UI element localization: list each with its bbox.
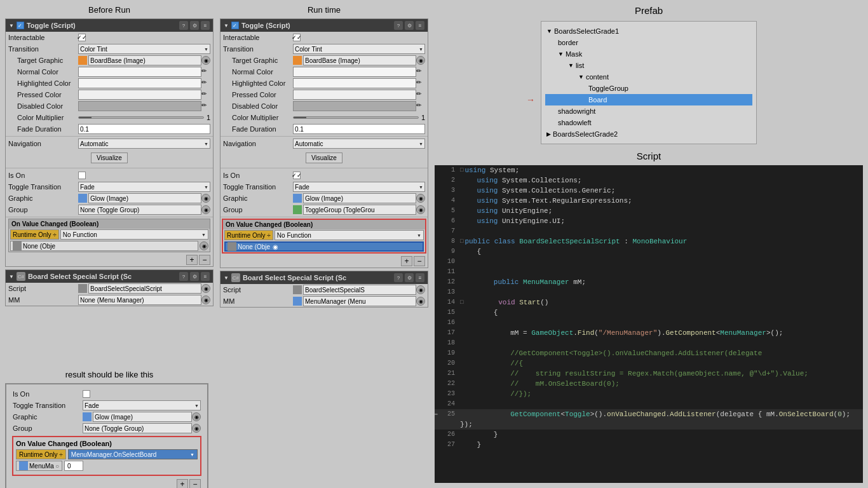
disabled-color-pencil[interactable]: ✏ <box>201 102 210 111</box>
interactable-checkbox[interactable]: ✓ <box>78 34 86 41</box>
rt-is-on-checkbox[interactable]: ✓ <box>293 172 301 179</box>
rt-highlighted-input[interactable] <box>293 78 416 88</box>
result-runtime-only[interactable]: Runtime Only ÷ <box>16 449 66 459</box>
graphic-dropdown[interactable]: Glow (Image) <box>88 193 201 203</box>
script-dot[interactable]: ◉ <box>201 284 210 293</box>
result-is-on-checkbox[interactable] <box>83 390 90 398</box>
highlighted-color-pencil[interactable]: ✏ <box>201 79 210 88</box>
tree-item-togglegroup[interactable]: ToggleGroup <box>545 83 752 94</box>
rt-toggle-cb[interactable] <box>231 22 239 29</box>
rt-runtime-only[interactable]: Runtime Only ÷ <box>224 230 273 240</box>
rt-highlighted-pencil[interactable]: ✏ <box>416 79 425 88</box>
fold-14[interactable]: □ <box>460 297 463 308</box>
group-dropdown[interactable]: None (Toggle Group) <box>78 205 201 215</box>
result-minus-btn[interactable]: − <box>189 479 201 488</box>
tree-item-list[interactable]: list <box>545 60 752 71</box>
result-graphic-dot[interactable]: ◉ <box>192 412 201 421</box>
more-icon[interactable]: ≡ <box>201 21 210 30</box>
transition-dropdown[interactable]: Color Tint▼ <box>78 44 210 54</box>
result-plus-btn[interactable]: + <box>177 479 188 488</box>
graphic-dot[interactable]: ◉ <box>201 194 210 203</box>
tree-item-shadowright[interactable]: shadowright <box>545 105 752 117</box>
fold-1[interactable]: □ <box>460 165 463 175</box>
pressed-color-input[interactable] <box>78 90 201 100</box>
line-num-23: 23 <box>437 389 455 399</box>
target-graphic-dot[interactable]: ◉ <box>201 56 210 65</box>
rt-toggle-arrow[interactable]: ▼ <box>224 23 229 29</box>
toggle-cb-before[interactable] <box>17 22 24 29</box>
result-group-dot[interactable]: ◉ <box>192 424 201 433</box>
prefab-section: Prefab BoardsSelectGrade1 border Mask <box>435 5 863 144</box>
tree-label-border: border <box>558 37 578 48</box>
no-function-dropdown[interactable]: No Function▼ <box>60 229 208 240</box>
rt-board-info[interactable]: ? <box>394 273 403 282</box>
rt-tg-dot[interactable]: ◉ <box>416 56 425 65</box>
obj-dot-btn[interactable]: ◉ <box>200 241 208 250</box>
rt-pressed-input[interactable] <box>293 90 416 100</box>
mm-dot[interactable]: ◉ <box>201 295 210 304</box>
rt-group-dot[interactable]: ◉ <box>416 205 425 214</box>
tree-item-mask[interactable]: Mask <box>545 48 752 60</box>
info-icon[interactable]: ? <box>179 21 188 30</box>
rt-minus-btn[interactable]: − <box>414 256 425 266</box>
fade-duration-input[interactable]: 0.1 <box>78 124 210 134</box>
rt-no-function[interactable]: No Function▼ <box>275 230 424 240</box>
rt-cm-slider[interactable]: 1 <box>293 114 425 121</box>
pressed-color-pencil[interactable]: ✏ <box>201 90 210 99</box>
board-settings-icon[interactable]: ⚙ <box>190 272 199 281</box>
is-on-checkbox[interactable] <box>78 172 86 179</box>
rt-script-dot[interactable]: ◉ <box>416 285 425 294</box>
tree-item-boardselectgrade2[interactable]: BoardsSelectGrade2 <box>545 128 752 140</box>
rt-info-icon[interactable]: ? <box>394 21 403 30</box>
normal-color-pencil[interactable]: ✏ <box>201 67 210 76</box>
normal-color-input[interactable] <box>78 67 201 77</box>
code-line-13: 13 <box>435 287 863 297</box>
board-more-icon[interactable]: ≡ <box>201 272 210 281</box>
disabled-color-input[interactable] <box>78 101 201 111</box>
tree-item-border[interactable]: border <box>545 37 752 48</box>
rt-visualize-button[interactable]: Visualize <box>306 152 342 163</box>
rt-disabled-pencil[interactable]: ✏ <box>416 102 425 111</box>
normal-color-row: Normal Color ✏ <box>6 66 213 78</box>
toggle-arrow[interactable]: ▼ <box>9 23 14 29</box>
fold-8[interactable]: □ <box>460 236 463 247</box>
board-arrow[interactable]: ▼ <box>9 274 14 280</box>
rt-settings-icon[interactable]: ⚙ <box>405 21 414 30</box>
rt-more-icon[interactable]: ≡ <box>416 21 424 30</box>
visualize-button[interactable]: Visualize <box>91 152 128 163</box>
rt-normal-pencil[interactable]: ✏ <box>416 67 425 76</box>
target-graphic-dropdown[interactable]: BoardBase (Image) <box>88 55 201 65</box>
rt-board-more[interactable]: ≡ <box>416 273 424 282</box>
tree-item-board[interactable]: → Board <box>545 94 752 105</box>
settings-icon[interactable]: ⚙ <box>190 21 199 30</box>
color-multiplier-slider[interactable]: 1 <box>78 114 210 121</box>
rt-board-settings[interactable]: ⚙ <box>405 273 414 282</box>
minus-btn[interactable]: − <box>199 255 210 265</box>
rt-tt-dropdown[interactable]: Fade▼ <box>293 182 425 192</box>
rt-fd-input[interactable] <box>293 124 425 134</box>
rt-disabled-input[interactable] <box>293 101 416 111</box>
rt-mm-dot[interactable]: ◉ <box>416 297 425 306</box>
rt-tg-dropdown[interactable]: BoardBase (Image) <box>303 55 416 65</box>
result-function-dropdown[interactable]: MenuManager.OnSelectBoard▼ <box>68 449 198 459</box>
tree-item-content[interactable]: content <box>545 71 752 83</box>
toggle-transition-dropdown[interactable]: Fade▼ <box>78 182 210 192</box>
highlighted-color-input[interactable] <box>78 78 201 88</box>
runtime-only-dropdown[interactable]: Runtime Only ÷ <box>10 229 59 240</box>
result-tt-dropdown[interactable]: Fade▼ <box>83 400 201 410</box>
rt-graphic-dot[interactable]: ◉ <box>416 194 425 203</box>
rt-transition-dropdown[interactable]: Color Tint▼ <box>293 44 425 54</box>
plus-btn[interactable]: + <box>186 255 198 265</box>
rt-pressed-pencil[interactable]: ✏ <box>416 90 425 99</box>
rt-nav-dropdown[interactable]: Automatic▼ <box>293 139 425 149</box>
navigation-dropdown[interactable]: Automatic▼ <box>78 139 210 149</box>
result-num-field[interactable]: 0 <box>64 461 83 471</box>
rt-plus-btn[interactable]: + <box>401 256 412 266</box>
group-dot[interactable]: ◉ <box>201 205 210 214</box>
rt-interactable-checkbox[interactable]: ✓ <box>293 34 301 41</box>
rt-board-arrow[interactable]: ▼ <box>224 275 229 281</box>
tree-item-shadowleft[interactable]: shadowleft <box>545 117 752 128</box>
rt-normal-color-input[interactable] <box>293 67 416 77</box>
board-info-icon[interactable]: ? <box>179 272 188 281</box>
tree-item-boardselectgrade1[interactable]: BoardsSelectGrade1 <box>545 25 752 37</box>
